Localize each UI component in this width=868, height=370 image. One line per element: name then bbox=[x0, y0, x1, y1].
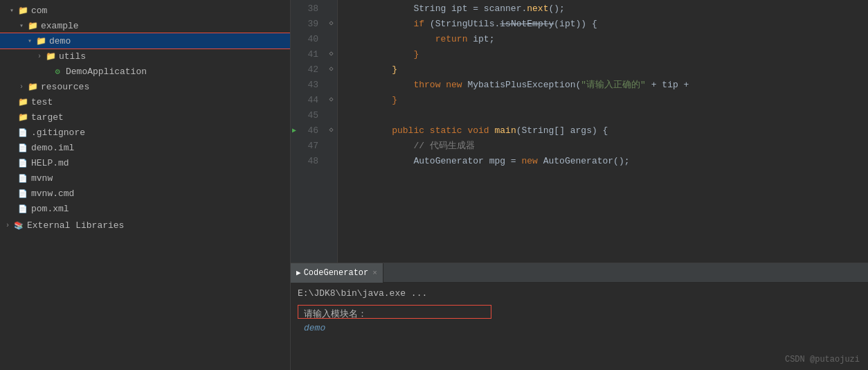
gutter-48 bbox=[325, 152, 337, 168]
tree-item-resources[interactable]: › 📁 resources bbox=[0, 79, 290, 94]
tree-label-test: test bbox=[31, 97, 53, 107]
terminal-content: E:\JDK8\bin\java.exe ... 请输入模块名： demo bbox=[291, 283, 868, 370]
tree-label-com: com bbox=[31, 6, 47, 16]
line-num-45: 45 bbox=[291, 108, 325, 123]
code-line-41: } bbox=[343, 47, 868, 62]
gutter-42: ◇ bbox=[325, 61, 337, 76]
gitignore-icon: 📄 bbox=[17, 126, 29, 139]
code-line-42: } bbox=[343, 62, 868, 78]
folder-icon-test: 📁 bbox=[17, 96, 29, 108]
code-line-47: // 代码生成器 bbox=[343, 139, 868, 154]
gutter-45 bbox=[325, 107, 337, 122]
run-tab-label: CodeGenerator bbox=[304, 268, 369, 278]
gutter-41: ◇ bbox=[325, 46, 337, 61]
gutter-47 bbox=[325, 137, 337, 152]
arrow-utils: › bbox=[35, 53, 44, 60]
code-line-45 bbox=[343, 108, 868, 123]
folder-icon-example: 📁 bbox=[26, 19, 39, 32]
ext-lib-icon: 📚 bbox=[12, 219, 25, 231]
tree-label-resources: resources bbox=[41, 82, 89, 92]
pom-icon: 📄 bbox=[17, 202, 29, 215]
tree-label-mvnw-cmd: mvnw.cmd bbox=[31, 188, 74, 199]
folder-icon-utils: 📁 bbox=[44, 50, 57, 62]
line-num-42: 42 bbox=[291, 62, 325, 78]
line-num-47: 47 bbox=[291, 139, 325, 154]
mvnw-cmd-icon: 📄 bbox=[17, 187, 29, 200]
line-num-43: 43 bbox=[291, 78, 325, 93]
editor-panel: 38 39 40 41 42 43 44 45 ▶ 46 47 48 ◇ bbox=[291, 0, 868, 370]
line-num-44: 44 bbox=[291, 93, 325, 108]
md-icon: 📄 bbox=[17, 157, 29, 169]
code-line-43: throw new MybatisPlusException("请输入正确的" … bbox=[343, 78, 868, 93]
tree-item-com[interactable]: ▾ 📁 com bbox=[0, 3, 290, 18]
tree-item-target[interactable]: 📁 target bbox=[0, 109, 290, 125]
line-num-48: 48 bbox=[291, 154, 325, 169]
iml-icon: 📄 bbox=[17, 141, 29, 154]
tree-item-gitignore[interactable]: 📄 .gitignore bbox=[0, 125, 290, 140]
code-text-area[interactable]: String ipt = scanner.next(); if (StringU… bbox=[338, 0, 868, 263]
code-view: 38 39 40 41 42 43 44 45 ▶ 46 47 48 ◇ bbox=[291, 0, 868, 263]
tree-label-demo-app: DemoApplication bbox=[66, 67, 147, 77]
java-icon-demo-app: ⚙ bbox=[51, 65, 64, 78]
terminal-exec-line: E:\JDK8\bin\java.exe ... bbox=[298, 287, 861, 301]
watermark-text: CSDN @putaojuzi bbox=[785, 355, 860, 364]
tree-item-mvnw[interactable]: 📄 mvnw bbox=[0, 170, 290, 186]
run-tab-icon: ▶ bbox=[296, 268, 301, 277]
terminal-prompt-text: 请输入模块名： bbox=[304, 309, 367, 319]
tree-label-example: example bbox=[41, 21, 79, 31]
line-num-41: 41 bbox=[291, 47, 325, 62]
tree-label-gitignore: .gitignore bbox=[31, 127, 85, 138]
folder-icon-com: 📁 bbox=[17, 4, 29, 17]
tree-label-md: HELP.md bbox=[31, 158, 69, 168]
run-tab-codegenerator[interactable]: ▶ CodeGenerator × bbox=[291, 263, 383, 283]
folder-icon-demo: 📁 bbox=[35, 35, 47, 47]
arrow-demo: ▾ bbox=[25, 37, 35, 45]
tree-item-demo-iml[interactable]: 📄 demo.iml bbox=[0, 140, 290, 155]
tree-item-help-md[interactable]: 📄 HELP.md bbox=[0, 155, 290, 170]
tree-item-ext-lib[interactable]: › 📚 External Libraries bbox=[0, 218, 290, 233]
arrow-ext: › bbox=[3, 222, 12, 229]
line-num-40: 40 bbox=[291, 32, 325, 47]
bottom-panel: ▶ CodeGenerator × E:\JDK8\bin\java.exe .… bbox=[291, 263, 868, 370]
terminal-prompt-line: 请输入模块名： demo bbox=[298, 305, 491, 319]
arrow-resources: › bbox=[17, 83, 26, 91]
gutter-40 bbox=[325, 30, 337, 46]
tree-item-demo[interactable]: ▾ 📁 demo bbox=[0, 33, 290, 49]
tree-item-example[interactable]: ▾ 📁 example bbox=[0, 18, 290, 33]
run-tab-close[interactable]: × bbox=[372, 269, 377, 277]
arrow-example: ▾ bbox=[17, 21, 26, 30]
tree-item-utils[interactable]: › 📁 utils bbox=[0, 49, 290, 64]
editor-gutter: ◇ ◇ ◇ ◇ ◇ bbox=[325, 0, 338, 263]
bottom-tab-bar: ▶ CodeGenerator × bbox=[291, 263, 868, 283]
tree-label-target: target bbox=[31, 112, 64, 123]
arrow-com: ▾ bbox=[7, 6, 17, 15]
folder-icon-resources: 📁 bbox=[26, 80, 39, 93]
gutter-44: ◇ bbox=[325, 91, 337, 107]
code-line-39: if (StringUtils.isNotEmpty(ipt)) { bbox=[343, 17, 868, 32]
tree-item-mvnw-cmd[interactable]: 📄 mvnw.cmd bbox=[0, 186, 290, 201]
tree-label-ext-lib: External Libraries bbox=[27, 220, 124, 231]
tree-label-pom: pom.xml bbox=[31, 204, 69, 214]
tree-label-iml: demo.iml bbox=[31, 143, 74, 153]
line-num-46: ▶ 46 bbox=[291, 123, 325, 139]
tree-label-mvnw: mvnw bbox=[31, 173, 53, 184]
line-num-38: 38 bbox=[291, 1, 325, 17]
tree-label-demo: demo bbox=[49, 36, 71, 46]
gutter-38 bbox=[325, 0, 337, 15]
code-line-38: String ipt = scanner.next(); bbox=[343, 1, 868, 17]
terminal-input-value: demo bbox=[304, 323, 325, 333]
tree-item-test[interactable]: 📁 test bbox=[0, 94, 290, 109]
code-line-46: public static void main(String[] args) { bbox=[343, 123, 868, 139]
file-tree: ▾ 📁 com ▾ 📁 example ▾ 📁 demo › 📁 utils bbox=[0, 0, 291, 370]
line-numbers-gutter: 38 39 40 41 42 43 44 45 ▶ 46 47 48 bbox=[291, 0, 325, 263]
code-line-40: return ipt; bbox=[343, 32, 868, 47]
tree-item-demo-app[interactable]: ⚙ DemoApplication bbox=[0, 64, 290, 79]
tree-label-utils: utils bbox=[59, 51, 86, 62]
mvnw-icon: 📄 bbox=[17, 172, 29, 184]
gutter-46: ◇ bbox=[325, 122, 337, 137]
code-line-48: AutoGenerator mpg = new AutoGenerator(); bbox=[343, 154, 868, 169]
gutter-43 bbox=[325, 76, 337, 91]
code-line-44: } bbox=[343, 93, 868, 108]
line-num-39: 39 bbox=[291, 17, 325, 32]
tree-item-pom-xml[interactable]: 📄 pom.xml bbox=[0, 201, 290, 216]
